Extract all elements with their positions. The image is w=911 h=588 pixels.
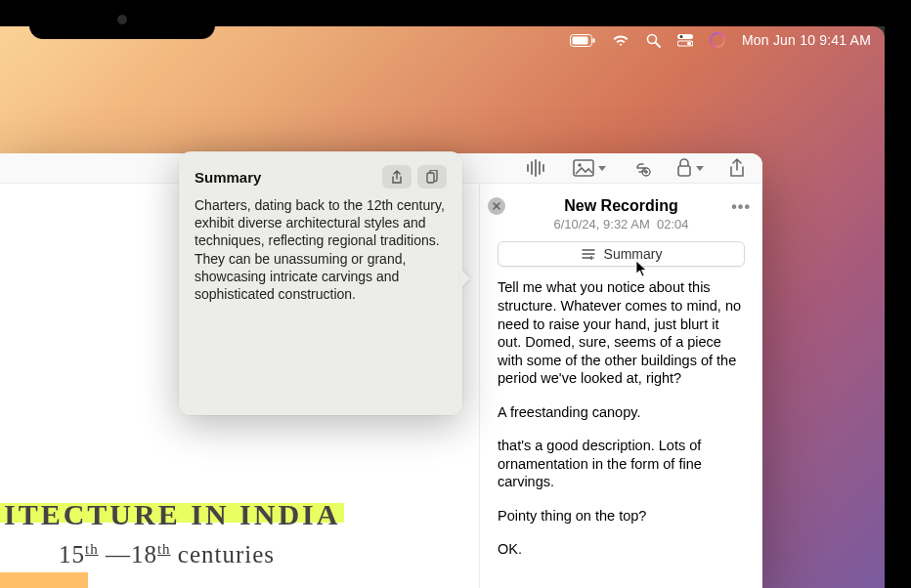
- popover-arrow: [460, 269, 470, 288]
- svg-rect-26: [427, 173, 434, 183]
- transcript-line: A freestanding canopy.: [498, 403, 745, 422]
- wifi-icon[interactable]: [612, 32, 629, 48]
- share-icon: [391, 170, 403, 185]
- popover-title: Summary: [195, 169, 261, 186]
- summary-list-icon: [581, 248, 596, 260]
- transcript: Tell me what you notice about this struc…: [498, 278, 745, 574]
- camera-icon: [117, 15, 127, 24]
- transcript-line: Pointy thing on the top?: [498, 507, 745, 525]
- control-center-icon[interactable]: [677, 32, 693, 48]
- handwriting-line-2: 15th —18th centuries: [59, 541, 344, 568]
- search-icon[interactable]: [646, 32, 661, 48]
- svg-rect-1: [572, 36, 587, 44]
- chevron-down-icon: [598, 166, 606, 171]
- menubar-datetime[interactable]: Mon Jun 10 9:41 AM: [742, 32, 871, 48]
- recording-meta: 6/10/24, 9:32 AM 02:04: [498, 217, 745, 231]
- svg-line-4: [656, 43, 660, 47]
- summary-button-label: Summary: [604, 246, 663, 262]
- copy-button[interactable]: [417, 165, 447, 189]
- svg-point-7: [679, 35, 682, 38]
- svg-rect-5: [677, 34, 693, 39]
- highlight-mark: [0, 572, 88, 588]
- laptop-notch: [29, 0, 215, 39]
- summary-popover: Summary Charters, dating back to the 12t…: [179, 151, 462, 415]
- handwriting-line-1: ITECTURE IN INDIA: [0, 498, 344, 530]
- transcript-line: that's a good description. Lots of ornam…: [498, 437, 745, 491]
- link-icon[interactable]: [631, 158, 651, 178]
- share-icon[interactable]: [729, 158, 745, 178]
- svg-point-8: [687, 42, 691, 46]
- cursor-icon: [635, 260, 649, 277]
- battery-icon[interactable]: [570, 32, 595, 48]
- svg-rect-20: [678, 166, 690, 176]
- share-button[interactable]: [382, 165, 412, 189]
- recording-title: New Recording: [498, 197, 745, 215]
- svg-point-9: [711, 33, 724, 47]
- siri-icon[interactable]: [710, 32, 725, 48]
- svg-rect-2: [592, 38, 594, 43]
- transcript-line: OK.: [498, 540, 745, 559]
- transcript-line: Tell me what you notice about this struc…: [498, 278, 745, 387]
- photo-icon[interactable]: [573, 159, 606, 177]
- svg-point-16: [578, 163, 582, 167]
- audio-waveform-icon[interactable]: [526, 159, 547, 177]
- chevron-down-icon: [696, 166, 704, 171]
- lock-icon[interactable]: [676, 158, 704, 178]
- popover-body: Charters, dating back to the 12th centur…: [195, 196, 447, 303]
- more-icon[interactable]: •••: [731, 198, 751, 216]
- recording-panel: ••• New Recording 6/10/24, 9:32 AM 02:04…: [479, 184, 762, 588]
- svg-point-3: [647, 34, 656, 43]
- handwritten-text: ITECTURE IN INDIA 15th —18th centuries: [0, 498, 344, 568]
- copy-icon: [426, 170, 438, 185]
- summary-button[interactable]: Summary: [498, 241, 745, 267]
